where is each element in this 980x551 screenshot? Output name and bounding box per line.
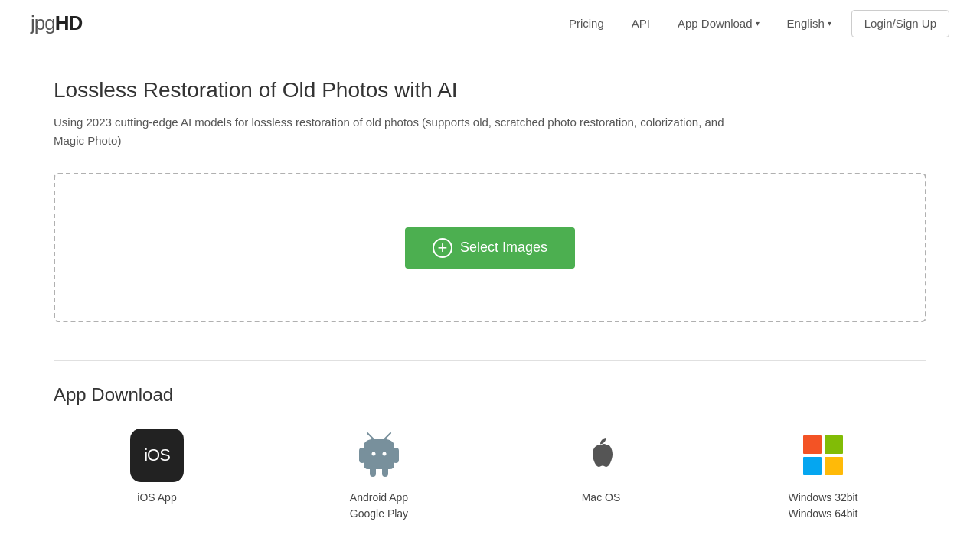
english-link[interactable]: English ▾ <box>773 0 845 47</box>
logo[interactable]: jpgHD <box>31 11 82 35</box>
svg-rect-10 <box>803 457 822 475</box>
ios-app-item[interactable]: iOS iOS App <box>54 429 260 522</box>
svg-line-5 <box>385 433 390 439</box>
logo-regular: jpg <box>31 11 55 34</box>
plus-circle-icon: + <box>433 238 452 258</box>
svg-line-4 <box>368 433 373 439</box>
select-images-button[interactable]: + Select Images <box>405 227 575 269</box>
android-icon <box>352 429 406 482</box>
pricing-link[interactable]: Pricing <box>555 0 618 47</box>
main-content: Lossless Restoration of Old Photos with … <box>0 47 980 551</box>
android-app-item[interactable]: Android App Google Play <box>276 429 482 522</box>
app-download-grid: iOS iOS App <box>54 429 926 522</box>
mac-app-label: Mac OS <box>582 490 621 506</box>
login-link[interactable]: Login/Sign Up <box>851 10 949 37</box>
hero-description: Using 2023 cutting-edge AI models for lo… <box>54 113 743 150</box>
svg-rect-8 <box>803 435 822 454</box>
nav-links: Pricing API App Download ▾ English ▾ Log… <box>555 0 949 47</box>
app-download-link[interactable]: App Download ▾ <box>664 0 773 47</box>
page-title: Lossless Restoration of Old Photos with … <box>54 78 926 103</box>
mac-app-item[interactable]: Mac OS <box>498 429 704 522</box>
windows-icon <box>796 429 850 482</box>
svg-rect-2 <box>359 448 365 463</box>
api-link[interactable]: API <box>618 0 664 47</box>
logo-bold: HD <box>55 11 83 34</box>
ios-app-label: iOS App <box>137 490 176 506</box>
apple-icon <box>574 429 628 482</box>
chevron-down-icon: ▾ <box>828 19 831 28</box>
svg-rect-9 <box>825 435 843 454</box>
svg-point-6 <box>372 452 376 456</box>
ios-icon: iOS <box>130 429 184 482</box>
windows-app-label: Windows 32bit Windows 64bit <box>788 490 858 522</box>
chevron-down-icon: ▾ <box>756 19 760 28</box>
windows-app-item[interactable]: Windows 32bit Windows 64bit <box>720 429 926 522</box>
navbar: jpgHD Pricing API App Download ▾ English… <box>0 0 980 47</box>
android-app-label: Android App Google Play <box>350 490 408 522</box>
svg-rect-11 <box>825 457 843 475</box>
svg-point-7 <box>383 452 387 456</box>
upload-dropzone[interactable]: + Select Images <box>54 173 926 322</box>
section-divider <box>54 360 926 361</box>
svg-rect-3 <box>393 448 399 463</box>
app-download-title: App Download <box>54 384 926 406</box>
